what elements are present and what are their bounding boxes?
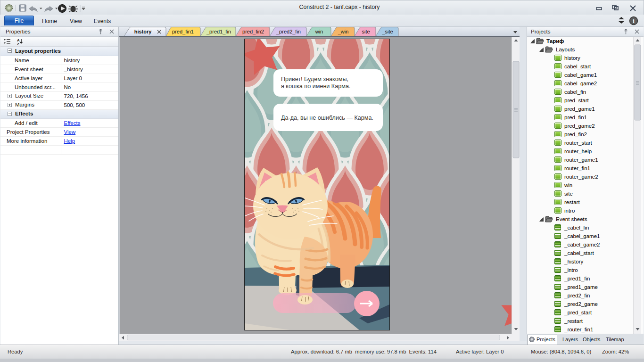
svg-text:site: site [362, 29, 370, 34]
svg-text:pred_fin1: pred_fin1 [172, 29, 194, 34]
svg-text:Z: Z [17, 42, 19, 45]
svg-text:_site: _site [381, 29, 393, 34]
svg-text:_pred2_fin: _pred2_fin [276, 29, 301, 34]
svg-text:history: history [134, 29, 152, 34]
svg-text:_win: _win [338, 29, 349, 34]
svg-text:я кошка по имени Карма.: я кошка по имени Карма. [281, 83, 350, 90]
svg-text:i: i [633, 17, 635, 25]
svg-text:Привет! Будем знакомы,: Привет! Будем знакомы, [281, 76, 348, 82]
svg-text:Да-да, вы не ошиблись — Карма.: Да-да, вы не ошиблись — Карма. [281, 115, 373, 121]
svg-text:win: win [315, 29, 323, 34]
svg-text:_pred1_fin: _pred1_fin [206, 29, 231, 34]
svg-text:pred_fin2: pred_fin2 [242, 29, 264, 34]
